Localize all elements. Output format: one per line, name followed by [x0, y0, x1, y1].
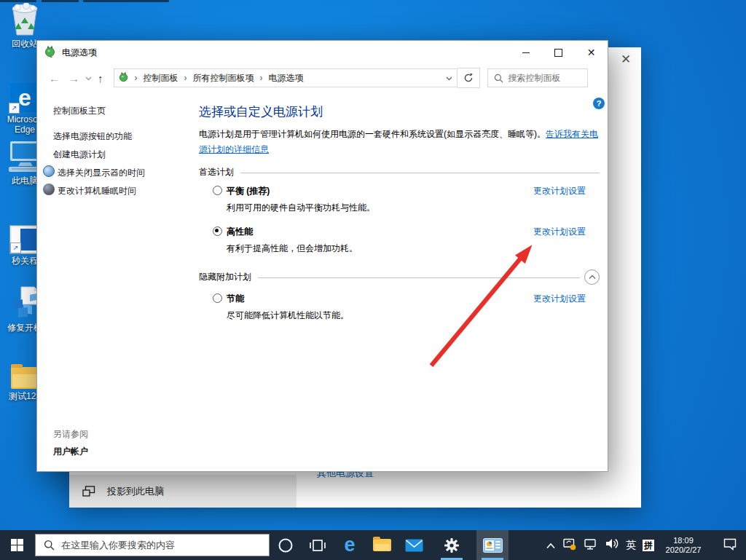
power-options-icon: [119, 72, 129, 84]
tray-network-button[interactable]: [584, 537, 598, 553]
taskbar-cortana-button[interactable]: [270, 530, 302, 560]
change-plan-settings-link[interactable]: 更改计划设置: [533, 226, 586, 238]
navigation-toolbar: ← → ↑ › 控制面板 › 所有控制面板项 › 电源选项: [37, 64, 608, 92]
plan-name[interactable]: 节能: [227, 293, 244, 305]
plan-row-high-performance: 高性能 更改计划设置 有利于提高性能，但会增加功耗。: [199, 226, 600, 262]
plan-description: 利用可用的硬件自动平衡功耗与性能。: [227, 202, 375, 214]
breadcrumb-control-panel[interactable]: 控制面板: [144, 72, 178, 84]
titlebar[interactable]: 电源选项 ✕: [37, 41, 608, 64]
projection-icon: [82, 486, 95, 497]
sidebar-item-display-off-time[interactable]: 选择关闭显示器的时间: [58, 167, 145, 179]
gear-icon: [443, 537, 460, 554]
address-dropdown-icon[interactable]: [446, 73, 452, 83]
search-placeholder: 搜索控制面板: [509, 72, 561, 84]
section-divider: [258, 277, 580, 278]
up-button[interactable]: ↑: [98, 72, 103, 84]
start-button[interactable]: [0, 530, 34, 560]
notification-bubble-icon: [723, 537, 737, 551]
task-view-icon: [309, 538, 326, 553]
refresh-button[interactable]: [458, 68, 480, 88]
radio-power-saver[interactable]: [213, 293, 222, 303]
control-panel-icon: [483, 538, 503, 553]
help-icon[interactable]: ?: [593, 98, 605, 109]
forward-button[interactable]: →: [68, 72, 79, 84]
settings-close-icon[interactable]: ✕: [618, 52, 634, 68]
sidebar-item-power-buttons[interactable]: 选择电源按钮的功能: [53, 130, 132, 143]
back-button[interactable]: ←: [49, 72, 60, 84]
breadcrumb-all-items[interactable]: 所有控制面板项: [193, 72, 254, 84]
app-window-icon: ↗: [10, 226, 39, 253]
windows-logo-icon: [11, 539, 23, 551]
close-button[interactable]: ✕: [575, 41, 608, 64]
page-description: 电源计划是用于管理计算机如何使用电源的一套硬件和系统设置(如显示器亮度、睡眠等)…: [199, 127, 600, 157]
cortana-icon: [278, 537, 294, 553]
section-label: 隐藏附加计划: [199, 271, 251, 283]
ime-language-button[interactable]: 英: [626, 539, 636, 552]
chevron-up-icon: [589, 275, 596, 280]
shortcut-arrow-icon: ↗: [9, 103, 20, 114]
power-options-icon: [44, 46, 56, 60]
plan-name[interactable]: 高性能: [227, 226, 253, 238]
taskbar-control-panel-button[interactable]: [476, 530, 509, 560]
plan-description: 有利于提高性能，但会增加功耗。: [227, 242, 358, 255]
plan-row-power-saver: 节能 更改计划设置 尽可能降低计算机性能以节能。: [199, 293, 600, 329]
page-title: 选择或自定义电源计划: [199, 103, 323, 120]
control-panel-search[interactable]: 搜索控制面板: [487, 68, 588, 87]
change-plan-settings-link[interactable]: 更改计划设置: [533, 185, 586, 197]
sidebar-item-sleep-time[interactable]: 更改计算机睡眠时间: [58, 185, 136, 197]
sleep-time-icon: [43, 184, 55, 195]
tray-expand-button[interactable]: [546, 539, 556, 552]
plan-name[interactable]: 平衡 (推荐): [227, 185, 270, 197]
shortcut-arrow-icon: ↗: [10, 242, 21, 253]
section-hidden-plans: 隐藏附加计划: [199, 269, 600, 285]
breadcrumb-power-options[interactable]: 电源选项: [269, 72, 304, 84]
file-explorer-icon: [373, 539, 391, 551]
section-divider: [240, 173, 600, 173]
taskbar-edge-button[interactable]: e: [334, 530, 366, 560]
action-center-button[interactable]: [723, 537, 737, 553]
edge-icon: e ↗: [10, 83, 39, 112]
edge-icon: e: [344, 535, 355, 555]
mail-icon: [405, 539, 423, 552]
section-preferred-plans: 首选计划: [199, 166, 600, 178]
breadcrumb-separator: ›: [135, 73, 138, 83]
taskbar-settings-button[interactable]: [436, 530, 468, 560]
search-icon: [494, 74, 503, 83]
tray-volume-button[interactable]: [605, 537, 619, 553]
sidebar-item-label: 投影到此电脑: [107, 485, 164, 498]
maximize-button[interactable]: [542, 41, 575, 64]
address-bar[interactable]: › 控制面板 › 所有控制面板项 › 电源选项: [114, 68, 458, 87]
history-dropdown-icon[interactable]: [85, 73, 92, 83]
taskbar-mail-button[interactable]: [398, 530, 430, 560]
ime-mode-button[interactable]: 拼: [643, 540, 654, 551]
change-plan-settings-link[interactable]: 更改计划设置: [533, 293, 586, 305]
chevron-up-icon: [546, 543, 556, 549]
window-title: 电源选项: [62, 47, 97, 59]
tray-security-button[interactable]: [562, 537, 577, 553]
desktop: 回收站 e ↗ Microsoft Edge 此电脑 ↗: [0, 0, 746, 560]
background-window-edge: [0, 0, 169, 2]
power-options-window: 电源选项 ✕ ← → ↑ ›: [36, 40, 608, 472]
clock-time: 18:09: [661, 536, 706, 545]
taskbar-task-view-button[interactable]: [302, 530, 334, 560]
taskbar-search-input[interactable]: 在这里输入你要搜索的内容: [35, 534, 270, 556]
taskbar-file-explorer-button[interactable]: [366, 530, 398, 560]
folder-icon: [11, 367, 39, 389]
sidebar-item-project-to-pc[interactable]: 投影到此电脑: [69, 475, 297, 508]
taskbar-search-placeholder: 在这里输入你要搜索的内容: [61, 539, 175, 552]
radio-balanced[interactable]: [213, 186, 222, 195]
see-also-label: 另请参阅: [53, 428, 88, 441]
sidebar-item-user-accounts[interactable]: 用户帐户: [53, 446, 88, 458]
sidebar-item-create-plan[interactable]: 创建电源计划: [53, 149, 106, 161]
minimize-button[interactable]: [509, 41, 542, 64]
radio-high-performance[interactable]: [213, 226, 222, 236]
clock-date: 2020/2/27: [661, 545, 706, 555]
sidebar-item-home[interactable]: 控制面板主页: [53, 105, 106, 117]
network-display-icon: [584, 537, 598, 551]
breadcrumb-separator: ›: [260, 73, 263, 83]
security-badge-icon: [562, 537, 577, 551]
taskbar-clock[interactable]: 18:09 2020/2/27: [661, 536, 706, 555]
section-label: 首选计划: [199, 166, 234, 178]
collapse-section-button[interactable]: [584, 269, 600, 285]
search-icon: [44, 540, 55, 551]
